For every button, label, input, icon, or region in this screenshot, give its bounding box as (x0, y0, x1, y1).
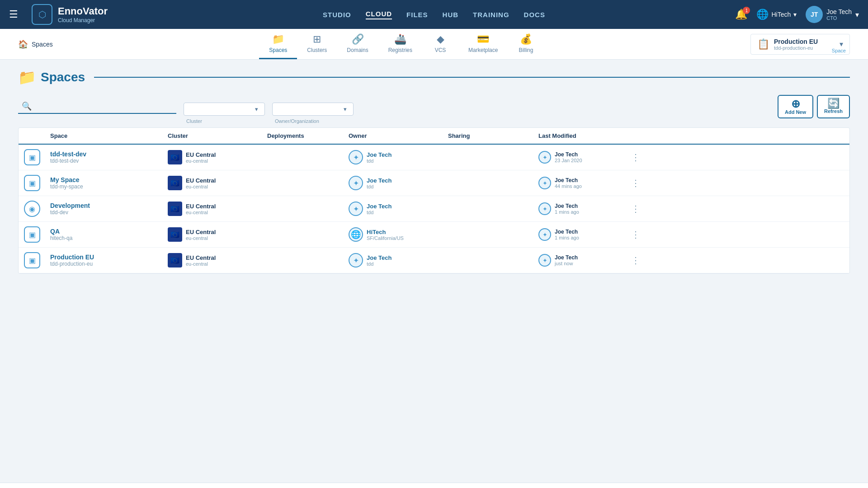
footer-area: ⊕ Back ⊕ Add Space (0, 483, 868, 488)
space-slug: tdd-production-eu (50, 261, 159, 267)
hamburger-icon[interactable]: ☰ (9, 9, 18, 20)
breadcrumb: 🏠 Spaces (18, 34, 53, 55)
cluster-slug: eu-central (186, 235, 216, 241)
table-row: ◉ Development tdd-dev 🇪🇺 EU Central eu-c… (19, 196, 849, 222)
top-nav-links: STUDIO CLOUD FILES HUB TRAINING DOCS (323, 10, 545, 19)
cluster-filter[interactable]: ▾ (184, 103, 265, 116)
space-name-link[interactable]: My Space (50, 176, 159, 183)
owner-id: tdd (367, 184, 392, 189)
space-name-link[interactable]: Development (50, 202, 159, 209)
current-space-panel[interactable]: 📋 Production EU tdd-production-eu ▾ Spac… (750, 34, 850, 55)
main-area: 📁 Spaces 🔍 ▾ Cluster ▾ (0, 60, 868, 488)
space-icon: ▣ (24, 252, 40, 268)
row-more-button[interactable]: ⋮ (624, 229, 647, 240)
add-new-button[interactable]: ⊕ Add New (778, 95, 813, 118)
row-modified-cell: ✦ Joe Tech just now (534, 254, 624, 267)
clusters-tab-label: Clusters (307, 47, 327, 53)
tab-domains[interactable]: 🔗 Domains (337, 29, 378, 59)
nav-right: 🔔 1 🌐 HiTech ▾ JT Joe Tech CTO ▾ (735, 6, 859, 23)
tab-registries[interactable]: 🚢 Registries (378, 29, 422, 59)
cluster-name: EU Central (186, 254, 216, 261)
row-space-cell: My Space tdd-my-space (46, 176, 163, 190)
col-actions (624, 132, 647, 139)
nav-cloud[interactable]: CLOUD (366, 10, 392, 19)
notifications-button[interactable]: 🔔 1 (735, 9, 747, 20)
nav-files[interactable]: FILES (406, 11, 428, 19)
user-menu[interactable]: JT Joe Tech CTO ▾ (806, 6, 859, 23)
owner-avatar: ✦ (349, 150, 363, 164)
table-row: ▣ Production EU tdd-production-eu 🇪🇺 EU … (19, 248, 849, 273)
modified-by: Joe Tech (555, 229, 579, 235)
space-name-link[interactable]: Production EU (50, 253, 159, 261)
tab-spaces[interactable]: 📁 Spaces (259, 29, 297, 59)
space-panel-icon: 📋 (757, 38, 769, 50)
breadcrumb-label: Spaces (32, 41, 53, 48)
row-cluster-cell: 🇪🇺 EU Central eu-central (163, 150, 263, 164)
owner-id: tdd (367, 261, 392, 267)
owner-info: Joe Tech tdd (367, 177, 392, 189)
nav-studio[interactable]: STUDIO (323, 11, 351, 19)
owner-avatar: ✦ (349, 176, 363, 190)
search-input[interactable] (35, 103, 173, 110)
cluster-info: EU Central eu-central (186, 151, 216, 164)
row-space-cell: Development tdd-dev (46, 202, 163, 216)
avatar: JT (806, 6, 823, 23)
owner-filter[interactable]: ▾ (272, 103, 354, 116)
domains-tab-label: Domains (347, 47, 368, 53)
space-panel-text: Production EU tdd-production-eu (774, 38, 818, 51)
marketplace-tab-label: Marketplace (468, 47, 498, 53)
space-icon: ▣ (24, 175, 40, 191)
nav-training[interactable]: TRAINING (473, 11, 509, 19)
row-cluster-cell: 🇪🇺 EU Central eu-central (163, 202, 263, 216)
row-cluster-cell: 🇪🇺 EU Central eu-central (163, 227, 263, 242)
table-row: ▣ QA hitech-qa 🇪🇺 EU Central eu-central … (19, 222, 849, 248)
refresh-label: Refresh (824, 108, 843, 114)
owner-avatar: 🌐 (349, 227, 363, 242)
search-box[interactable]: 🔍 (18, 99, 176, 114)
row-cluster-cell: 🇪🇺 EU Central eu-central (163, 253, 263, 267)
logo-area: ⬡ EnnoVator Cloud Manager (32, 4, 108, 25)
nav-hub[interactable]: HUB (443, 11, 459, 19)
owner-name: Joe Tech (367, 151, 392, 158)
spaces-tab-icon: 📁 (272, 33, 284, 45)
row-space-cell: tdd-test-dev tdd-test-dev (46, 150, 163, 164)
page-title-line (94, 77, 850, 78)
clusters-tab-icon: ⊞ (313, 33, 321, 45)
row-more-button[interactable]: ⋮ (624, 178, 647, 188)
org-selector[interactable]: 🌐 HiTech ▾ (756, 9, 797, 20)
tab-clusters[interactable]: ⊞ Clusters (297, 29, 337, 59)
nav-tabs: 📁 Spaces ⊞ Clusters 🔗 Domains 🚢 Registri… (259, 29, 544, 59)
spaces-tab-label: Spaces (269, 47, 287, 53)
nav-docs[interactable]: DOCS (524, 11, 545, 19)
eu-flag-icon: 🇪🇺 (168, 176, 182, 190)
modified-date: 1 mins ago (555, 235, 579, 240)
row-owner-cell: ✦ Joe Tech tdd (344, 253, 443, 267)
space-name-link[interactable]: QA (50, 228, 159, 235)
space-name-link[interactable]: tdd-test-dev (50, 150, 159, 158)
cluster-info: EU Central eu-central (186, 254, 216, 267)
modified-info: Joe Tech just now (555, 254, 578, 266)
logo-text: EnnoVator Cloud Manager (58, 5, 108, 23)
modified-info: Joe Tech 23 Jan 2020 (555, 151, 582, 163)
tab-billing[interactable]: 💰 Billing (508, 29, 544, 59)
row-more-button[interactable]: ⋮ (624, 203, 647, 214)
modified-by: Joe Tech (555, 254, 578, 261)
row-more-button[interactable]: ⋮ (624, 255, 647, 266)
table-row: ▣ My Space tdd-my-space 🇪🇺 EU Central eu… (19, 170, 849, 196)
tab-marketplace[interactable]: 💳 Marketplace (458, 29, 508, 59)
search-icon: 🔍 (22, 101, 32, 111)
row-more-button[interactable]: ⋮ (624, 152, 647, 163)
col-cluster: Cluster (163, 132, 263, 139)
row-owner-cell: ✦ Joe Tech tdd (344, 202, 443, 216)
cluster-info: EU Central eu-central (186, 177, 216, 189)
modified-avatar: ✦ (538, 151, 551, 164)
modified-date: 44 mins ago (555, 183, 582, 189)
modified-date: just now (555, 261, 578, 266)
billing-tab-icon: 💰 (520, 33, 532, 45)
owner-name: Joe Tech (367, 177, 392, 184)
owner-info: Joe Tech tdd (367, 151, 392, 164)
eu-flag-icon: 🇪🇺 (168, 227, 182, 242)
owner-chevron-icon: ▾ (344, 106, 347, 113)
refresh-button[interactable]: 🔄 Refresh (817, 95, 850, 118)
tab-vcs[interactable]: ◆ VCS (422, 29, 458, 59)
